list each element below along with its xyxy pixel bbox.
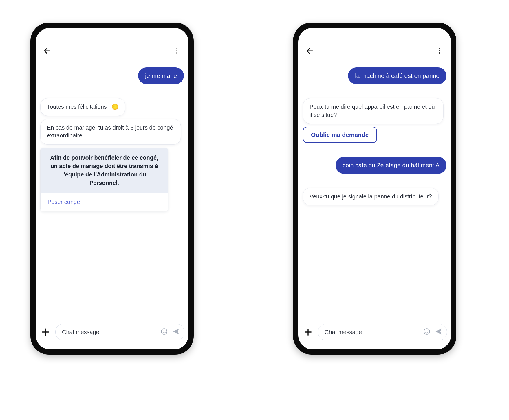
info-card-header: Afin de pouvoir bénéficier de ce congé, … [41,148,168,193]
user-message: coin café du 2e étage du bâtiment A [336,157,446,174]
svg-point-3 [176,52,177,54]
emoji-icon[interactable] [160,328,168,336]
svg-point-6 [161,329,167,334]
info-card: Afin de pouvoir bénéficier de ce congé, … [40,148,168,211]
chat-composer: Chat message [36,319,188,349]
svg-point-17 [427,331,428,331]
quick-reply-button[interactable]: Oublie ma demande [303,127,377,143]
message-input-placeholder: Chat message [325,329,420,336]
chat-topbar [36,41,188,61]
bot-message: Veux-tu que je signale la panne du distr… [303,188,439,206]
attach-plus-icon[interactable] [40,326,51,338]
svg-point-2 [176,50,177,51]
message-input-placeholder: Chat message [62,329,158,336]
phone-screen: je me marie Toutes mes félicitations ! 🙂… [36,28,188,349]
more-vert-icon[interactable] [434,45,445,57]
send-icon[interactable] [435,327,443,337]
svg-point-1 [176,48,177,49]
phone-screen: la machine à café est en panne Peux-tu m… [298,28,451,349]
svg-point-8 [165,331,165,331]
emoji-icon[interactable] [423,328,431,336]
bot-message: Toutes mes félicitations ! 🙂 [40,98,125,116]
svg-point-16 [426,331,426,331]
chat-scroll[interactable]: je me marie Toutes mes félicitations ! 🙂… [36,61,188,319]
back-arrow-icon[interactable] [304,45,316,57]
svg-point-10 [439,48,440,49]
bot-message: Peux-tu me dire quel appareil est en pan… [303,98,444,124]
chat-scroll[interactable]: la machine à café est en panne Peux-tu m… [298,61,451,319]
chat-composer: Chat message [298,319,451,349]
phone-mockup-right: la machine à café est en panne Peux-tu m… [293,23,456,355]
phone-mockup-left: je me marie Toutes mes félicitations ! 🙂… [30,23,194,355]
info-card-link[interactable]: Poser congé [41,193,168,211]
bot-message: En cas de mariage, tu as droit à 6 jours… [40,119,181,145]
user-message: je me marie [138,67,184,84]
chat-topbar [298,41,451,61]
svg-point-7 [163,331,164,331]
svg-point-11 [439,50,440,51]
svg-point-12 [439,52,440,54]
svg-point-15 [424,329,430,334]
more-vert-icon[interactable] [171,45,183,57]
attach-plus-icon[interactable] [302,326,314,338]
message-input[interactable]: Chat message [55,324,184,340]
message-input[interactable]: Chat message [318,324,447,340]
send-icon[interactable] [172,327,180,337]
user-message: la machine à café est en panne [348,67,446,84]
back-arrow-icon[interactable] [41,45,53,57]
